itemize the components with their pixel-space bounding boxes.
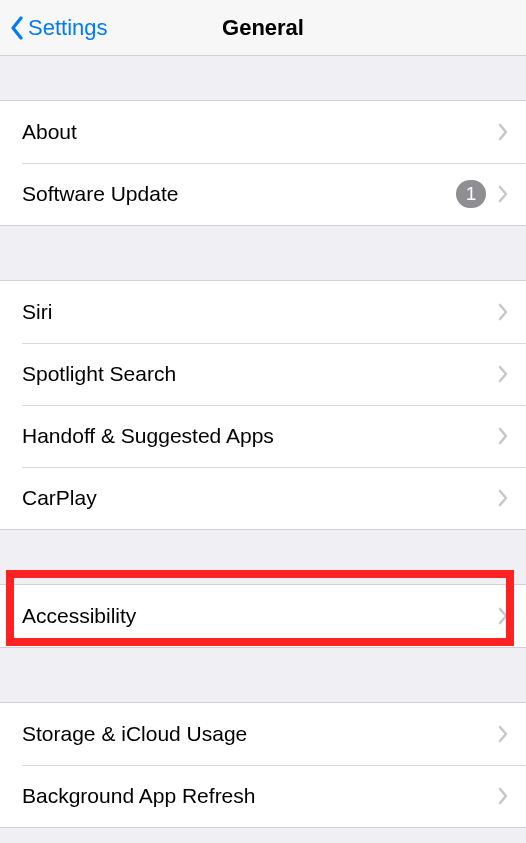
update-badge: 1: [456, 180, 486, 208]
row-spotlight-search[interactable]: Spotlight Search: [0, 343, 526, 405]
chevron-right-icon: [498, 185, 508, 203]
chevron-right-icon: [498, 607, 508, 625]
row-siri[interactable]: Siri: [0, 281, 526, 343]
chevron-right-icon: [498, 427, 508, 445]
row-label: About: [22, 120, 498, 144]
row-label: Software Update: [22, 182, 456, 206]
group-about: About Software Update 1: [0, 100, 526, 226]
chevron-left-icon: [10, 16, 24, 40]
chevron-right-icon: [498, 489, 508, 507]
row-label: Spotlight Search: [22, 362, 498, 386]
group-siri: Siri Spotlight Search Handoff & Suggeste…: [0, 280, 526, 530]
group-spacer: [0, 530, 526, 584]
row-storage-icloud[interactable]: Storage & iCloud Usage: [0, 703, 526, 765]
row-background-app-refresh[interactable]: Background App Refresh: [0, 765, 526, 827]
row-software-update[interactable]: Software Update 1: [0, 163, 526, 225]
back-button[interactable]: Settings: [0, 15, 108, 41]
group-spacer: [0, 648, 526, 702]
chevron-right-icon: [498, 303, 508, 321]
row-carplay[interactable]: CarPlay: [0, 467, 526, 529]
chevron-right-icon: [498, 123, 508, 141]
row-label: Handoff & Suggested Apps: [22, 424, 498, 448]
row-handoff[interactable]: Handoff & Suggested Apps: [0, 405, 526, 467]
row-label: Background App Refresh: [22, 784, 498, 808]
group-spacer: [0, 56, 526, 100]
group-storage: Storage & iCloud Usage Background App Re…: [0, 702, 526, 828]
row-label: Siri: [22, 300, 498, 324]
group-spacer: [0, 226, 526, 280]
row-label: Accessibility: [22, 604, 498, 628]
chevron-right-icon: [498, 725, 508, 743]
row-accessibility[interactable]: Accessibility: [0, 585, 526, 647]
group-spacer: [0, 828, 526, 843]
chevron-right-icon: [498, 787, 508, 805]
row-about[interactable]: About: [0, 101, 526, 163]
navbar: Settings General: [0, 0, 526, 56]
chevron-right-icon: [498, 365, 508, 383]
row-label: Storage & iCloud Usage: [22, 722, 498, 746]
row-label: CarPlay: [22, 486, 498, 510]
group-accessibility: Accessibility: [0, 584, 526, 648]
back-label: Settings: [28, 15, 108, 41]
